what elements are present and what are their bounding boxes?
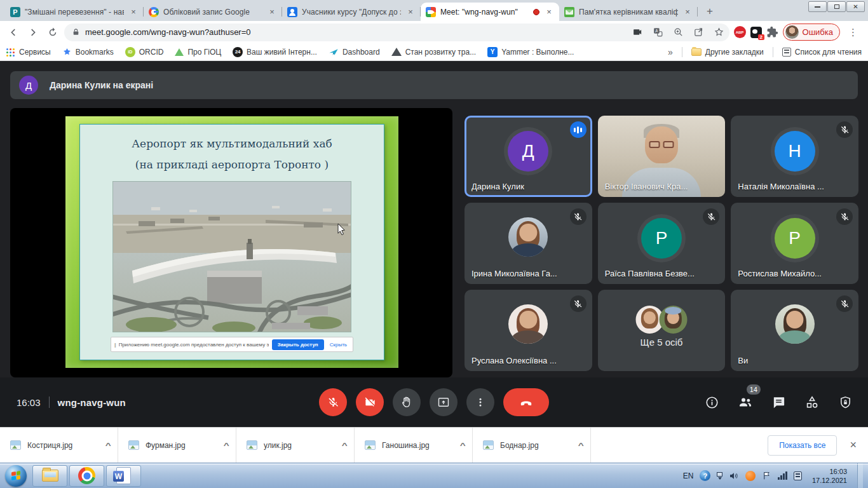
- profile-button[interactable]: Ошибка: [783, 24, 840, 41]
- participants-button[interactable]: 14: [738, 395, 753, 410]
- bookmark-apps[interactable]: Сервисы: [6, 48, 51, 57]
- present-screen-button[interactable]: [430, 388, 458, 416]
- bookmark-internet[interactable]: 24Ваш живий Інтерн...: [233, 47, 317, 57]
- participant-tile-raisa[interactable]: Р Раїса Павлівна Безве...: [598, 203, 726, 284]
- more-options-button[interactable]: [466, 388, 494, 416]
- chat-button[interactable]: [771, 395, 786, 410]
- taskbar-clock[interactable]: 16:03 17.12.2021: [808, 467, 851, 485]
- mic-toggle-button[interactable]: [319, 388, 347, 416]
- bookmark-orcid[interactable]: iDORCID: [125, 47, 164, 57]
- tab-close-icon[interactable]: ×: [267, 7, 277, 17]
- tab-close-icon[interactable]: ×: [405, 7, 416, 17]
- address-bar[interactable]: meet.google.com/wng-navg-wun?authuser=0 …: [64, 24, 729, 41]
- host-controls-button[interactable]: [838, 395, 853, 410]
- avatar: Р: [775, 218, 815, 259]
- participant-tile-daryna[interactable]: Д Дарина Кулик: [465, 116, 592, 197]
- puzzle-extensions-icon[interactable]: [766, 26, 778, 38]
- windows-logo-icon: [11, 471, 20, 480]
- network-signal-icon[interactable]: [778, 471, 787, 480]
- presenter-avatar: Д: [19, 76, 38, 95]
- share-icon[interactable]: [691, 25, 707, 40]
- forward-button[interactable]: [25, 24, 41, 41]
- chevron-up-icon[interactable]: ^: [105, 442, 111, 449]
- end-call-button[interactable]: [503, 388, 549, 416]
- download-item[interactable]: улик.jpg ^: [236, 428, 355, 463]
- avast-antivirus-icon[interactable]: [745, 471, 756, 481]
- download-item[interactable]: Костриця.jpg ^: [0, 428, 118, 463]
- chevron-up-icon[interactable]: ^: [223, 442, 229, 449]
- participant-tile-ruslana[interactable]: Руслана Олексіївна ...: [465, 290, 592, 371]
- tab-close-icon[interactable]: ×: [682, 7, 693, 17]
- back-button[interactable]: [5, 24, 22, 41]
- start-button[interactable]: [5, 465, 27, 487]
- participant-tile-viktor[interactable]: Віктор Іванович Кра...: [598, 116, 726, 197]
- bookmark-stan[interactable]: Стан розвитку тра...: [391, 48, 477, 57]
- participant-tile-rostyslav[interactable]: Р Ростислав Михайло...: [731, 203, 858, 284]
- tab-title: "Змішані перевезення" - навча: [25, 8, 124, 17]
- bookmark-yammer[interactable]: YYammer : Выполне...: [487, 47, 574, 57]
- yammer-icon: Y: [487, 47, 498, 57]
- close-downloads-bar-icon[interactable]: ×: [850, 438, 857, 452]
- tab-strip: P "Змішані перевезення" - навча × Обліко…: [0, 0, 868, 21]
- tab-2[interactable]: Обліковий запис Google ×: [144, 3, 282, 21]
- remove-hardware-icon[interactable]: [794, 471, 802, 480]
- chevron-up-icon[interactable]: ^: [341, 442, 347, 449]
- tab-1[interactable]: P "Змішані перевезення" - навча ×: [5, 3, 144, 21]
- help-icon[interactable]: ?: [700, 470, 710, 481]
- other-bookmarks[interactable]: Другие закладки: [691, 48, 764, 57]
- participant-tile-you[interactable]: Ви: [731, 290, 858, 371]
- chevron-up-icon[interactable]: ^: [578, 442, 583, 449]
- download-item[interactable]: Ганошина.jpg ^: [355, 428, 473, 463]
- tab-3[interactable]: Учасники курсу "Допуск до зах ×: [282, 3, 421, 21]
- bookmark-giots[interactable]: Про ГіОЦ: [175, 48, 221, 57]
- tab-title: Учасники курсу "Допуск до зах: [302, 8, 401, 17]
- reload-button[interactable]: [44, 24, 61, 41]
- taskbar-word-button[interactable]: [106, 465, 141, 487]
- participant-tile-natalia[interactable]: Н Наталія Миколаївна ...: [731, 116, 858, 197]
- volume-icon[interactable]: [729, 471, 739, 481]
- language-indicator[interactable]: EN: [683, 471, 694, 480]
- action-center-flag-icon[interactable]: [762, 471, 771, 480]
- adblock-extension-icon[interactable]: ABP: [734, 26, 746, 38]
- bookmarks-overflow-chevron[interactable]: »: [668, 47, 673, 57]
- show-desktop-button[interactable]: [857, 463, 863, 488]
- participant-tile-overflow[interactable]: Ще 5 осіб: [598, 290, 726, 371]
- taskbar-chrome-button[interactable]: [69, 465, 104, 487]
- tab-capture-icon: [630, 25, 646, 40]
- bookmark-dashboard[interactable]: Dashboard: [329, 48, 380, 57]
- tab-close-icon[interactable]: ×: [544, 7, 554, 17]
- meeting-details-button[interactable]: [705, 395, 719, 410]
- chevron-up-icon[interactable]: ^: [459, 442, 465, 449]
- tab-5[interactable]: Пам'ятка керівникам кваліфіка ×: [559, 3, 698, 21]
- hide-notice-link[interactable]: Скрыть: [327, 342, 349, 348]
- show-all-downloads-button[interactable]: Показать все: [768, 435, 837, 456]
- stop-share-button[interactable]: Закрыть доступ: [272, 339, 324, 350]
- paper-plane-icon: [329, 48, 339, 57]
- bookmark-bookmarks[interactable]: Bookmarks: [62, 47, 114, 57]
- participant-name: Віктор Іванович Кра...: [605, 182, 688, 191]
- close-window-button[interactable]: ✕: [846, 1, 865, 12]
- activities-button[interactable]: [804, 395, 820, 410]
- restore-button[interactable]: [827, 1, 846, 12]
- download-item[interactable]: Фурман.jpg ^: [118, 428, 236, 463]
- camera-toggle-button[interactable]: [356, 388, 384, 416]
- translate-icon[interactable]: A: [651, 25, 666, 40]
- download-filename: Костриця.jpg: [27, 441, 100, 450]
- participant-tile-iryna[interactable]: Ірина Миколаївна Га...: [465, 203, 592, 284]
- explorer-folder-icon: [42, 470, 58, 482]
- image-file-icon: [128, 440, 139, 450]
- triangle-icon: [175, 48, 184, 56]
- raise-hand-button[interactable]: [393, 388, 421, 416]
- download-item[interactable]: Боднар.jpg ^: [473, 428, 591, 463]
- zoom-icon[interactable]: [671, 25, 686, 40]
- taskbar-explorer-button[interactable]: [32, 465, 67, 487]
- new-tab-button[interactable]: +: [702, 3, 718, 20]
- tab-close-icon[interactable]: ×: [128, 7, 139, 17]
- browser-menu-icon[interactable]: ⋮: [844, 27, 862, 38]
- show-hidden-icons[interactable]: [717, 472, 722, 480]
- tab-4-active-meet[interactable]: Meet: "wng-navg-wun" ×: [421, 3, 559, 21]
- reading-list[interactable]: Список для чтения: [782, 48, 862, 57]
- extension-with-badge-icon[interactable]: 2: [750, 27, 762, 38]
- bookmark-star-icon[interactable]: [712, 25, 727, 40]
- minimize-button[interactable]: [808, 1, 827, 12]
